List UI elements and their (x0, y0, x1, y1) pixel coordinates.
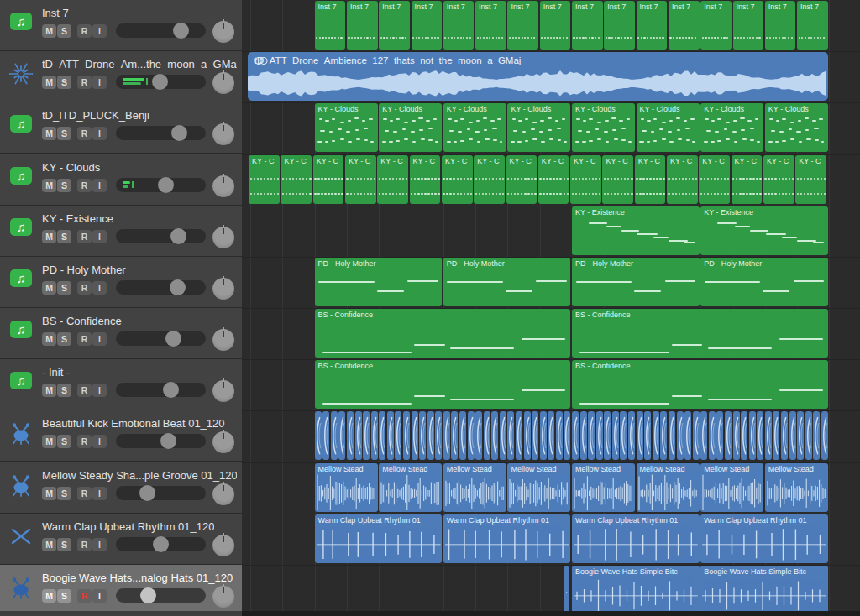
pan-knob[interactable] (212, 586, 234, 608)
input-monitor-button[interactable]: I (92, 230, 107, 243)
input-monitor-button[interactable]: I (92, 538, 107, 551)
track-header[interactable]: Warm Clap Upbeat Rhythm 01_120MSRI (0, 514, 242, 565)
solo-button[interactable]: S (57, 179, 71, 192)
audio-region[interactable] (468, 411, 475, 460)
audio-region[interactable] (548, 411, 554, 460)
volume-slider-thumb[interactable] (173, 23, 189, 39)
record-button[interactable]: R (77, 384, 92, 397)
volume-slider[interactable] (116, 331, 206, 346)
record-button[interactable]: R (77, 179, 92, 192)
midi-region[interactable]: KY - Clouds (379, 103, 442, 152)
track-header[interactable]: Mellow Steady Sha...ple Groove 01_120MSR… (0, 462, 242, 514)
midi-region[interactable]: Inst 7 (765, 1, 796, 50)
volume-slider[interactable] (116, 126, 206, 140)
track-header[interactable]: tD_ATT_Drone_Am...the_moon_a_GMajMSRI (0, 51, 242, 102)
audio-region[interactable] (580, 411, 587, 460)
midi-region[interactable]: BS - Confidence (315, 309, 571, 358)
input-monitor-button[interactable]: I (92, 76, 107, 89)
audio-region[interactable] (797, 411, 804, 460)
midi-region[interactable]: BS - Confidence (572, 360, 828, 409)
midi-region[interactable]: KY - C (506, 155, 538, 204)
audio-region[interactable] (322, 411, 329, 460)
volume-slider[interactable] (116, 229, 206, 243)
midi-region[interactable]: KY - C (345, 155, 376, 204)
audio-region[interactable] (443, 411, 450, 460)
midi-region[interactable]: KY - Clouds (637, 103, 700, 152)
solo-button[interactable]: S (57, 487, 71, 500)
pan-knob[interactable] (212, 483, 234, 505)
mute-button[interactable]: M (42, 24, 56, 38)
audio-region[interactable] (564, 566, 569, 614)
pan-knob[interactable] (212, 278, 234, 300)
record-button[interactable]: R (77, 487, 92, 500)
input-monitor-button[interactable]: I (92, 179, 107, 192)
volume-slider-thumb[interactable] (163, 382, 179, 398)
audio-region[interactable] (741, 411, 747, 460)
midi-region[interactable]: Inst 7 (604, 1, 635, 50)
audio-region[interactable] (604, 411, 611, 460)
record-button[interactable]: R (77, 24, 92, 38)
midi-region[interactable]: Inst 7 (475, 1, 506, 50)
audio-region[interactable] (725, 411, 732, 460)
audio-region[interactable] (644, 411, 651, 460)
midi-region[interactable]: KY - C (667, 155, 698, 204)
pan-knob[interactable] (212, 227, 234, 248)
audio-region[interactable] (371, 411, 378, 460)
volume-slider[interactable] (116, 23, 206, 38)
input-monitor-button[interactable]: I (92, 384, 107, 397)
pan-knob[interactable] (212, 535, 234, 556)
audio-region[interactable] (491, 411, 498, 460)
input-monitor-button[interactable]: I (92, 487, 107, 500)
input-monitor-button[interactable]: I (92, 281, 107, 295)
audio-region[interactable] (620, 411, 627, 460)
mute-button[interactable]: M (42, 281, 56, 295)
volume-slider-thumb[interactable] (152, 74, 168, 90)
midi-region[interactable]: KY - C (602, 155, 633, 204)
pan-knob[interactable] (212, 123, 234, 145)
audio-region[interactable] (403, 411, 410, 460)
audio-region[interactable] (355, 411, 362, 460)
midi-region[interactable]: Inst 7 (540, 1, 571, 50)
track-header[interactable]: ♫tD_ITD_PLUCK_BenjiMSRI (0, 102, 242, 154)
record-button[interactable]: R (77, 76, 92, 89)
mute-button[interactable]: M (42, 589, 56, 603)
audio-region[interactable] (532, 411, 538, 460)
audio-region[interactable] (315, 411, 322, 460)
midi-region[interactable]: KY - C (699, 155, 730, 204)
solo-button[interactable]: S (57, 384, 71, 397)
audio-region[interactable] (596, 411, 603, 460)
audio-region[interactable]: Mellow Stead (507, 463, 570, 512)
audio-region[interactable] (709, 411, 716, 460)
audio-region[interactable] (427, 411, 434, 460)
solo-button[interactable]: S (57, 332, 71, 346)
midi-region[interactable]: KY - Clouds (315, 103, 378, 152)
midi-region[interactable]: Inst 7 (733, 1, 764, 50)
mute-button[interactable]: M (42, 230, 56, 243)
audio-region[interactable]: Mellow Stead (379, 463, 442, 512)
audio-region[interactable] (789, 411, 796, 460)
solo-button[interactable]: S (57, 538, 71, 551)
midi-region[interactable]: BS - Confidence (315, 360, 571, 409)
midi-region[interactable]: KY - C (732, 155, 763, 204)
solo-button[interactable]: S (57, 24, 71, 38)
midi-region[interactable]: Inst 7 (507, 1, 538, 50)
input-monitor-button[interactable]: I (92, 435, 107, 448)
midi-region[interactable]: KY - Clouds (765, 103, 828, 152)
midi-region[interactable]: KY - C (442, 155, 473, 204)
pan-knob[interactable] (212, 380, 234, 402)
midi-region[interactable]: KY - Existence (700, 206, 828, 255)
audio-region[interactable] (693, 411, 700, 460)
audio-region[interactable]: Warm Clap Upbeat Rhythm 01 (315, 514, 443, 563)
audio-region[interactable] (540, 411, 547, 460)
audio-region[interactable] (813, 411, 820, 460)
audio-region[interactable]: Mellow Stead (765, 463, 828, 512)
mute-button[interactable]: M (42, 179, 56, 192)
midi-region[interactable]: KY - C (313, 155, 344, 204)
record-button[interactable]: R (77, 589, 92, 603)
midi-region[interactable]: PD - Holy Mother (700, 258, 828, 306)
audio-region[interactable] (379, 411, 385, 460)
track-header[interactable]: ♫KY - CloudsMSRI (0, 154, 242, 206)
midi-region[interactable]: KY - C (635, 155, 666, 204)
audio-region[interactable] (716, 411, 723, 460)
volume-slider-thumb[interactable] (170, 279, 186, 295)
